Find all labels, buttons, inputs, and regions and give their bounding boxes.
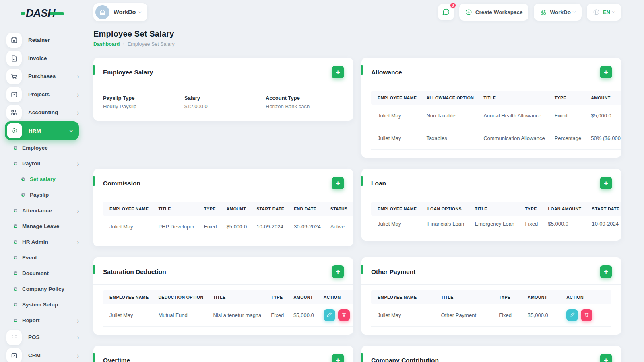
sidebar-item-crm[interactable]: CRM › bbox=[5, 346, 85, 362]
breadcrumb-dashboard-link[interactable]: Dashboard bbox=[93, 41, 120, 47]
add-button[interactable]: + bbox=[332, 354, 344, 362]
chevron-down-icon: › bbox=[67, 130, 76, 132]
table-row: Juliet MayMutual FundNisi a tenetur magn… bbox=[103, 304, 353, 327]
sidebar-item-retainer[interactable]: Retainer bbox=[5, 31, 85, 49]
add-button[interactable]: + bbox=[600, 354, 612, 362]
sidebar-item-label: Document bbox=[22, 270, 79, 276]
column-header: EMPLOYEE NAME bbox=[371, 91, 421, 105]
add-button[interactable]: + bbox=[600, 66, 612, 78]
sidebar-item-label: CRM bbox=[28, 352, 77, 358]
overtime-card: Overtime + bbox=[93, 346, 353, 362]
grid-plus-icon bbox=[540, 9, 547, 16]
sidebar-item-company-policy[interactable]: Company Policy bbox=[5, 281, 85, 297]
sidebar-item-payroll[interactable]: Payroll › bbox=[5, 156, 85, 171]
workspace-switcher[interactable]: WorkDo › bbox=[93, 3, 147, 21]
sidebar-item-payslip[interactable]: Payslip bbox=[5, 187, 85, 203]
field: Payslip Type Hourly Payslip bbox=[103, 95, 184, 109]
sidebar-item-invoice[interactable]: Invoice bbox=[5, 49, 85, 67]
sidebar-item-set-salary[interactable]: Set salary bbox=[5, 171, 85, 187]
column-header: TYPE bbox=[494, 290, 523, 304]
delete-button[interactable] bbox=[338, 309, 350, 321]
card-accent-bar bbox=[93, 176, 95, 186]
card-title: Saturation Deduction bbox=[103, 268, 332, 276]
cell: Non Taxable bbox=[421, 105, 479, 127]
add-button[interactable]: + bbox=[332, 265, 344, 278]
column-header: LOAN AMOUNT bbox=[543, 202, 587, 216]
sidebar-item-report[interactable]: Report › bbox=[5, 313, 85, 328]
card-accent-bar bbox=[361, 265, 363, 274]
sidebar-item-employee[interactable]: Employee bbox=[5, 140, 85, 156]
column-header: AMOUNT bbox=[289, 290, 319, 304]
table-container: EMPLOYEE NAMETITLETYPEAMOUNTACTIONJuliet… bbox=[361, 285, 621, 335]
card-header: Company Contribution + bbox=[361, 346, 621, 362]
card-title: Commission bbox=[103, 180, 332, 187]
cell: Juliet May bbox=[371, 216, 423, 232]
sidebar-item-label: HRM bbox=[29, 128, 71, 134]
chevron-down-icon: › bbox=[610, 11, 618, 13]
sidebar-item-hrm[interactable]: HRM › bbox=[5, 121, 79, 140]
card-header: Loan + bbox=[361, 169, 621, 196]
add-button[interactable]: + bbox=[332, 66, 344, 78]
language-selector[interactable]: EN › bbox=[587, 4, 621, 21]
sidebar-item-projects[interactable]: Projects › bbox=[5, 85, 85, 103]
cell: Percentage bbox=[550, 127, 586, 150]
sidebar-item-event[interactable]: Event bbox=[5, 250, 85, 265]
cell: 30-09-2024 bbox=[289, 216, 326, 238]
card-accent-bar bbox=[361, 353, 363, 362]
delete-button[interactable] bbox=[581, 309, 592, 321]
sidebar-item-purchases[interactable]: Purchases › bbox=[5, 67, 85, 85]
pos-icon bbox=[6, 330, 22, 345]
sidebar-item-document[interactable]: Document bbox=[5, 265, 85, 281]
chevron-right-icon: › bbox=[77, 159, 79, 168]
card-accent-bar bbox=[361, 65, 363, 75]
bullet-icon bbox=[14, 272, 17, 275]
messages-button[interactable]: 0 bbox=[438, 4, 454, 20]
accounting-icon bbox=[6, 105, 22, 120]
sidebar-item-system-setup[interactable]: System Setup bbox=[5, 297, 85, 313]
sidebar-item-pos[interactable]: POS › bbox=[5, 328, 85, 346]
edit-button[interactable] bbox=[324, 309, 335, 321]
brand-logo[interactable]: DASH bbox=[21, 7, 85, 20]
column-header: EMPLOYEE NAME bbox=[371, 290, 436, 304]
sidebar-item-hr-admin[interactable]: HR Admin › bbox=[5, 234, 85, 250]
sidebar-item-label: Invoice bbox=[28, 55, 79, 61]
add-button[interactable]: + bbox=[600, 177, 612, 189]
main-area: WorkDo › 0 Create Workspace Wo bbox=[85, 0, 644, 362]
sidebar-item-accounting[interactable]: Accounting › bbox=[5, 103, 85, 121]
field-value: Horizon Bank cash bbox=[266, 103, 343, 109]
card-accent-bar bbox=[361, 176, 363, 186]
add-button[interactable]: + bbox=[600, 265, 612, 278]
table-container: EMPLOYEE NAMETITLETYPEAMOUNTSTART DATEEN… bbox=[93, 196, 353, 246]
plus-circle-icon bbox=[465, 9, 472, 16]
edit-button[interactable] bbox=[566, 309, 578, 321]
add-button[interactable]: + bbox=[332, 177, 344, 189]
chevron-right-icon: › bbox=[77, 72, 79, 80]
cell: Fixed bbox=[550, 105, 586, 127]
card-header: Other Payment + bbox=[361, 257, 621, 285]
sidebar-item-attendance[interactable]: Attendance › bbox=[5, 203, 85, 218]
loan-card: Loan + EMPLOYEE NAMELOAN OPTIONSTITLETYP… bbox=[361, 169, 621, 241]
invoice-icon bbox=[6, 51, 22, 66]
workdo-menu-button[interactable]: WorkDo › bbox=[534, 4, 582, 21]
trash-icon bbox=[584, 312, 589, 319]
sidebar-item-label: Purchases bbox=[28, 73, 77, 79]
other-payment-table: EMPLOYEE NAMETITLETYPEAMOUNTACTIONJuliet… bbox=[371, 290, 611, 327]
create-workspace-button[interactable]: Create Workspace bbox=[459, 4, 529, 21]
cell: Fixed bbox=[266, 304, 289, 327]
chevron-right-icon: › bbox=[77, 238, 79, 246]
card-accent-bar bbox=[93, 65, 95, 75]
card-title: Loan bbox=[371, 180, 600, 187]
field: Salary $12,000.0 bbox=[184, 95, 266, 109]
cell: $5,000.0 bbox=[523, 304, 561, 327]
card-header: Commission + bbox=[93, 169, 353, 196]
column-header: DEDUCTION OPTION bbox=[153, 290, 208, 304]
column-header: STATUS bbox=[326, 202, 353, 216]
breadcrumb: Dashboard › Employee Set Salary bbox=[93, 41, 621, 47]
field-value: $12,000.0 bbox=[184, 103, 266, 109]
bullet-icon bbox=[14, 162, 17, 165]
sidebar-item-manage-leave[interactable]: Manage Leave bbox=[5, 218, 85, 234]
cell: $5,000.0 bbox=[222, 216, 252, 238]
sidebar-item-label: Employee bbox=[22, 145, 79, 151]
workspace-name: WorkDo bbox=[114, 9, 136, 15]
sidebar-item-label: HR Admin bbox=[22, 239, 77, 245]
